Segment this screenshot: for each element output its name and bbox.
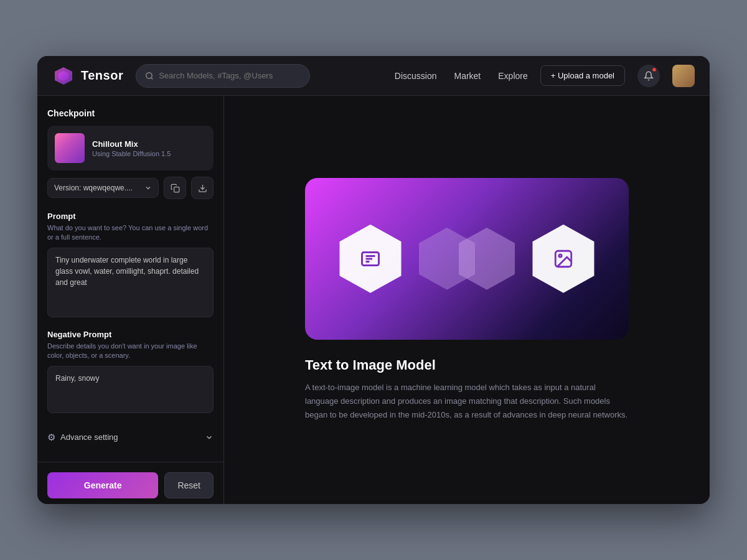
header: Tensor Discussion Market Explore + Uploa…	[37, 56, 710, 96]
upload-model-button[interactable]: + Upload a model	[540, 65, 625, 86]
checkpoint-name: Chillout Mix	[92, 139, 206, 149]
negative-prompt-label: Negative Prompt	[47, 330, 214, 339]
checkpoint-thumbnail	[55, 133, 85, 163]
checkpoint-info: Chillout Mix Using Stable Diffusion 1.5	[92, 139, 206, 157]
hex-image-icon	[529, 225, 598, 293]
download-button[interactable]	[191, 177, 214, 199]
version-label: Version: wqewqeqwe....	[54, 184, 133, 192]
negative-prompt-description: Describe details you don't want in your …	[47, 342, 214, 361]
search-bar[interactable]	[136, 64, 310, 88]
copy-icon	[171, 184, 180, 193]
avatar-image	[672, 65, 695, 87]
version-select[interactable]: Version: wqewqeqwe....	[47, 178, 159, 198]
checkpoint-card: Chillout Mix Using Stable Diffusion 1.5	[47, 126, 214, 170]
negative-prompt-section: Negative Prompt Describe details you don…	[47, 330, 214, 416]
hex-glass-right	[456, 228, 518, 290]
checkpoint-subtitle: Using Stable Diffusion 1.5	[92, 150, 206, 157]
svg-point-11	[559, 254, 561, 257]
hex-text-icon	[336, 225, 405, 293]
model-title: Text to Image Model	[305, 357, 629, 373]
negative-prompt-textarea[interactable]: Rainy, snowy	[47, 366, 214, 413]
logo-icon	[52, 65, 75, 87]
main-area: Text to Image Model A text-to-image mode…	[224, 96, 710, 504]
checkpoint-label: Checkpoint	[47, 108, 214, 118]
prompt-textarea[interactable]: Tiny underwater complete world in large …	[47, 248, 214, 317]
version-row: Version: wqewqeqwe....	[47, 177, 214, 199]
sidebar-footer: Generate Reset	[37, 462, 223, 504]
model-description: A text-to-image model is a machine learn…	[305, 381, 629, 422]
hero-icons-row	[336, 225, 598, 293]
sidebar: Checkpoint Chillout Mix Using Stable Dif…	[37, 96, 224, 504]
advance-setting-row[interactable]: ⚙ Advance setting	[47, 426, 214, 449]
advance-setting-label: Advance setting	[60, 432, 118, 442]
advance-chevron-icon	[205, 433, 214, 442]
nav-discussion[interactable]: Discussion	[395, 71, 437, 81]
app-window: Tensor Discussion Market Explore + Uploa…	[37, 56, 710, 504]
search-icon	[145, 72, 154, 80]
search-input[interactable]	[159, 71, 301, 80]
image-icon	[553, 248, 574, 269]
svg-point-2	[146, 72, 152, 78]
svg-line-3	[151, 77, 153, 79]
info-section: Text to Image Model A text-to-image mode…	[305, 357, 629, 422]
avatar[interactable]	[672, 65, 695, 87]
chevron-down-icon	[144, 184, 152, 192]
gear-icon: ⚙	[47, 432, 55, 443]
notification-button[interactable]	[637, 65, 660, 87]
prompt-section: Prompt What do you want to see? You can …	[47, 212, 214, 320]
copy-button[interactable]	[164, 177, 186, 199]
main-content: Checkpoint Chillout Mix Using Stable Dif…	[37, 96, 710, 504]
text-icon	[359, 248, 382, 270]
logo: Tensor	[52, 65, 123, 87]
hero-visual	[305, 178, 629, 340]
notification-dot	[652, 67, 657, 72]
download-icon	[198, 184, 207, 193]
bell-icon	[644, 71, 654, 81]
prompt-description: What do you want to see? You can use a s…	[47, 223, 214, 243]
nav-explore[interactable]: Explore	[498, 71, 527, 81]
svg-rect-4	[174, 187, 179, 192]
reset-button[interactable]: Reset	[164, 472, 214, 498]
prompt-label: Prompt	[47, 212, 214, 221]
logo-text: Tensor	[81, 68, 123, 83]
advance-setting-left: ⚙ Advance setting	[47, 432, 118, 443]
generate-button[interactable]: Generate	[47, 472, 158, 498]
nav-links: Discussion Market Explore	[395, 71, 528, 81]
nav-market[interactable]: Market	[454, 71, 481, 81]
